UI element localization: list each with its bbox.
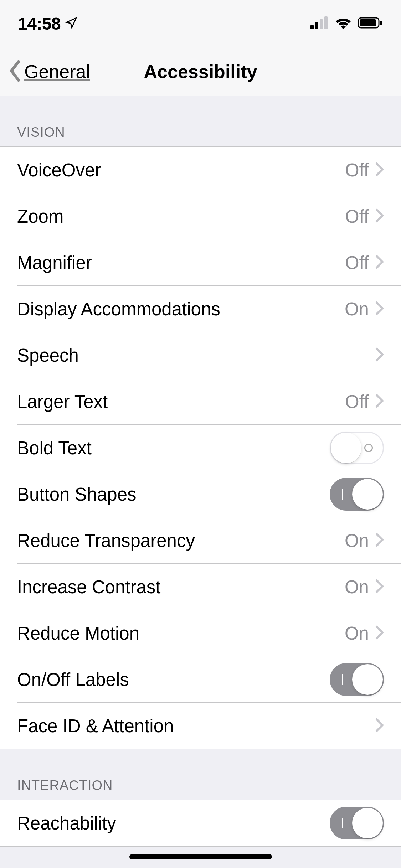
row-label: Magnifier: [17, 252, 345, 273]
row-value: Off: [345, 206, 369, 227]
row-value: Off: [345, 252, 369, 273]
reachability-switch[interactable]: [330, 807, 384, 839]
row-magnifier[interactable]: MagnifierOff: [0, 239, 401, 286]
back-label: General: [24, 61, 90, 82]
status-time: 14:58: [18, 14, 61, 33]
row-increase-contrast[interactable]: Increase ContrastOn: [0, 564, 401, 610]
row-larger-text[interactable]: Larger TextOff: [0, 378, 401, 425]
chevron-right-icon: [375, 208, 384, 224]
on-off-labels-switch[interactable]: [330, 663, 384, 696]
row-bold-text[interactable]: Bold Text: [0, 425, 401, 471]
row-label: Larger Text: [17, 391, 345, 412]
settings-list: VoiceOverOffZoomOffMagnifierOffDisplay A…: [0, 146, 401, 749]
row-label: Reduce Motion: [17, 623, 345, 644]
svg-rect-0: [310, 25, 314, 29]
row-label: Increase Contrast: [17, 577, 345, 598]
chevron-right-icon: [375, 579, 384, 595]
location-icon: [65, 16, 78, 31]
row-value: On: [345, 577, 369, 598]
chevron-right-icon: [375, 394, 384, 409]
back-button[interactable]: General: [9, 60, 90, 83]
chevron-left-icon: [9, 60, 21, 83]
row-label: Button Shapes: [17, 484, 330, 505]
button-shapes-switch[interactable]: [330, 478, 384, 511]
settings-list: Reachability: [0, 800, 401, 847]
row-voiceover[interactable]: VoiceOverOff: [0, 147, 401, 193]
chevron-right-icon: [375, 718, 384, 734]
row-label: Reduce Transparency: [17, 530, 345, 551]
row-label: Reachability: [17, 813, 330, 834]
row-on-off-labels[interactable]: On/Off Labels: [0, 656, 401, 703]
battery-icon: [358, 16, 383, 31]
chevron-right-icon: [375, 625, 384, 641]
nav-header: General Accessibility: [0, 47, 401, 96]
cellular-signal-icon: [310, 16, 329, 31]
row-value: Off: [345, 160, 369, 181]
row-value: Off: [345, 391, 369, 412]
svg-rect-6: [380, 21, 382, 25]
status-bar: 14:58: [0, 0, 401, 47]
home-indicator[interactable]: [129, 854, 272, 859]
row-label: On/Off Labels: [17, 669, 330, 690]
row-label: VoiceOver: [17, 160, 345, 181]
chevron-right-icon: [375, 255, 384, 270]
svg-rect-1: [315, 22, 318, 29]
page-title: Accessibility: [144, 61, 257, 82]
row-label: Speech: [17, 345, 375, 366]
svg-rect-5: [360, 19, 376, 26]
row-reduce-transparency[interactable]: Reduce TransparencyOn: [0, 517, 401, 564]
bold-text-switch[interactable]: [330, 432, 384, 464]
row-display-accommodations[interactable]: Display AccommodationsOn: [0, 286, 401, 332]
row-reduce-motion[interactable]: Reduce MotionOn: [0, 610, 401, 656]
chevron-right-icon: [375, 533, 384, 548]
section-header-interaction: INTERACTION: [0, 749, 401, 800]
row-reachability[interactable]: Reachability: [0, 800, 401, 846]
row-value: On: [345, 299, 369, 320]
row-button-shapes[interactable]: Button Shapes: [0, 471, 401, 517]
chevron-right-icon: [375, 301, 384, 317]
row-label: Face ID & Attention: [17, 715, 375, 737]
row-label: Bold Text: [17, 438, 330, 459]
section-header-vision: VISION: [0, 96, 401, 146]
settings-content: VISIONVoiceOverOffZoomOffMagnifierOffDis…: [0, 96, 401, 847]
row-label: Zoom: [17, 206, 345, 227]
row-speech[interactable]: Speech: [0, 332, 401, 378]
row-value: On: [345, 623, 369, 644]
row-zoom[interactable]: ZoomOff: [0, 193, 401, 239]
svg-rect-2: [320, 19, 323, 29]
row-face-id-attention[interactable]: Face ID & Attention: [0, 703, 401, 749]
svg-rect-3: [324, 16, 328, 29]
chevron-right-icon: [375, 162, 384, 178]
row-label: Display Accommodations: [17, 299, 345, 320]
row-value: On: [345, 530, 369, 551]
chevron-right-icon: [375, 347, 384, 363]
wifi-icon: [335, 16, 352, 31]
